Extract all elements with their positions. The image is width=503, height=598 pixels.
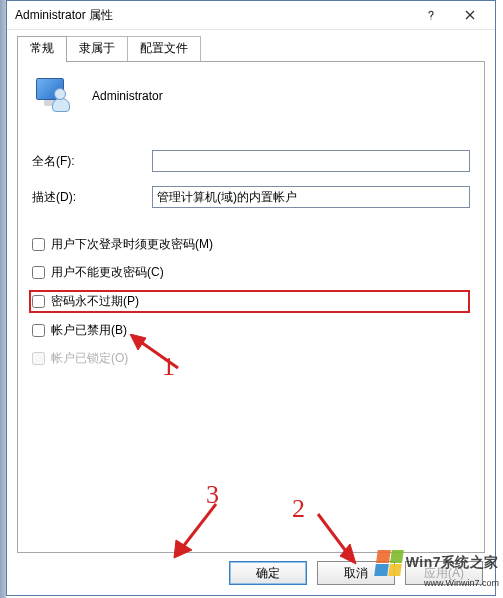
- client-area: 常规 隶属于 配置文件 Administrator 全名(F): 描述(D):: [7, 30, 495, 595]
- account-locked-checkbox: [32, 352, 45, 365]
- ok-button[interactable]: 确定: [229, 561, 307, 585]
- checkbox-account-locked: 帐户已锁定(O): [32, 350, 470, 367]
- must-change-label: 用户下次登录时须更改密码(M): [51, 236, 213, 253]
- never-expire-checkbox[interactable]: [32, 295, 45, 308]
- svg-point-0: [430, 18, 431, 19]
- checkbox-group: 用户下次登录时须更改密码(M) 用户不能更改密码(C) 密码永不过期(P) 帐户…: [32, 236, 470, 367]
- account-locked-label: 帐户已锁定(O): [51, 350, 128, 367]
- description-input[interactable]: [152, 186, 470, 208]
- full-name-label: 全名(F):: [32, 153, 152, 170]
- tab-general[interactable]: 常规: [17, 36, 67, 62]
- properties-dialog: Administrator 属性 常规 隶属于 配置文件 Administrat…: [6, 0, 496, 596]
- help-button[interactable]: [413, 4, 449, 26]
- cannot-change-checkbox[interactable]: [32, 266, 45, 279]
- user-display-name: Administrator: [92, 89, 163, 103]
- tab-profile[interactable]: 配置文件: [127, 36, 201, 61]
- description-label: 描述(D):: [32, 189, 152, 206]
- user-header: Administrator: [32, 74, 470, 130]
- cannot-change-label: 用户不能更改密码(C): [51, 264, 164, 281]
- account-disabled-checkbox[interactable]: [32, 324, 45, 337]
- never-expire-label: 密码永不过期(P): [51, 293, 139, 310]
- form-grid: 全名(F): 描述(D):: [32, 150, 470, 208]
- tabstrip: 常规 隶属于 配置文件: [17, 38, 485, 61]
- must-change-checkbox[interactable]: [32, 238, 45, 251]
- window-title: Administrator 属性: [15, 7, 413, 24]
- highlight-never-expire: 密码永不过期(P): [29, 290, 470, 313]
- watermark-url: www.Winwin7.com: [424, 578, 499, 588]
- close-button[interactable]: [449, 4, 491, 26]
- user-account-icon: [36, 78, 72, 114]
- dialog-button-row: 确定 取消 应用(A): [17, 553, 485, 585]
- cancel-button[interactable]: 取消: [317, 561, 395, 585]
- tab-panel-general: Administrator 全名(F): 描述(D): 用户下次登录时须更改密码…: [17, 61, 485, 553]
- checkbox-cannot-change-password[interactable]: 用户不能更改密码(C): [32, 264, 470, 281]
- checkbox-account-disabled[interactable]: 帐户已禁用(B): [32, 322, 470, 339]
- checkbox-must-change-password[interactable]: 用户下次登录时须更改密码(M): [32, 236, 470, 253]
- full-name-input[interactable]: [152, 150, 470, 172]
- checkbox-password-never-expires[interactable]: 密码永不过期(P): [32, 293, 139, 310]
- account-disabled-label: 帐户已禁用(B): [51, 322, 127, 339]
- titlebar[interactable]: Administrator 属性: [7, 1, 495, 30]
- tab-memberof[interactable]: 隶属于: [66, 36, 128, 61]
